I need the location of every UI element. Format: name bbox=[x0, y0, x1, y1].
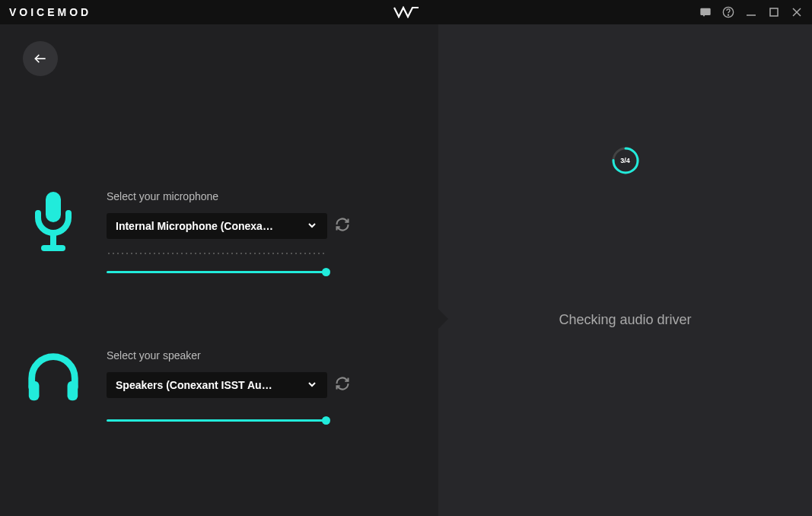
slider-thumb[interactable] bbox=[322, 416, 330, 425]
microphone-section: Select your microphone Internal Micropho… bbox=[23, 190, 416, 273]
headphones-icon bbox=[23, 349, 84, 404]
speaker-section: Select your speaker Speakers (Conexant I… bbox=[23, 349, 416, 422]
maximize-icon[interactable] bbox=[768, 6, 780, 18]
microphone-label: Select your microphone bbox=[107, 190, 416, 202]
chevron-down-icon bbox=[306, 219, 318, 234]
panel-arrow bbox=[438, 308, 448, 330]
svg-point-1 bbox=[728, 14, 728, 15]
help-icon[interactable] bbox=[722, 6, 734, 18]
microphone-select[interactable]: Internal Microphone (Conexa… bbox=[107, 213, 327, 239]
refresh-microphone-button[interactable] bbox=[335, 217, 350, 235]
svg-rect-11 bbox=[68, 381, 78, 400]
speaker-select[interactable]: Speakers (Conexant ISST Au… bbox=[107, 372, 327, 398]
back-button[interactable] bbox=[23, 41, 58, 76]
progress-text: 3/4 bbox=[611, 146, 640, 175]
window-controls bbox=[699, 6, 803, 18]
svg-rect-7 bbox=[46, 192, 61, 222]
microphone-icon bbox=[23, 190, 84, 253]
chevron-down-icon bbox=[306, 378, 318, 393]
refresh-speaker-button[interactable] bbox=[335, 376, 350, 394]
speaker-volume-slider[interactable] bbox=[107, 419, 327, 422]
svg-rect-3 bbox=[770, 8, 778, 16]
minimize-icon[interactable] bbox=[745, 6, 757, 18]
speaker-select-value: Speakers (Conexant ISST Au… bbox=[116, 379, 272, 391]
brand-logo: VOICEMOD bbox=[9, 6, 91, 18]
progress-indicator: 3/4 bbox=[611, 146, 640, 175]
microphone-select-value: Internal Microphone (Conexa… bbox=[116, 220, 273, 232]
microphone-volume-slider[interactable] bbox=[107, 271, 327, 273]
titlebar: VOICEMOD bbox=[0, 0, 812, 24]
close-icon[interactable] bbox=[791, 6, 803, 18]
app-logo-icon bbox=[393, 6, 419, 18]
slider-thumb[interactable] bbox=[322, 268, 330, 276]
microphone-level-meter bbox=[107, 253, 327, 254]
speaker-label: Select your speaker bbox=[107, 349, 416, 362]
setup-panel: Select your microphone Internal Micropho… bbox=[0, 24, 438, 516]
svg-rect-10 bbox=[29, 381, 40, 400]
status-message: Checking audio driver bbox=[559, 312, 691, 328]
status-panel: 3/4 Checking audio driver bbox=[438, 24, 812, 516]
discord-icon[interactable] bbox=[699, 6, 712, 18]
